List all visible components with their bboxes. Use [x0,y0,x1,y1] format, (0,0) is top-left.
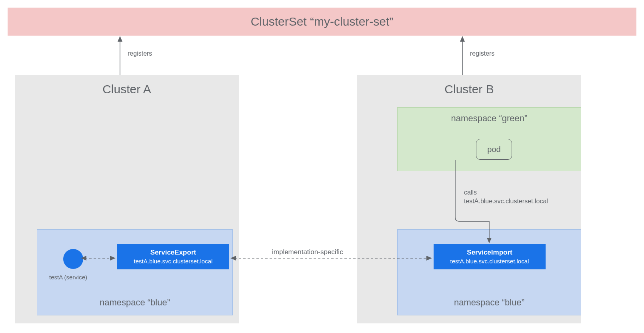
service-import-domain: testA.blue.svc.clusterset.local [438,258,542,265]
clusterset-banner: ClusterSet “my-cluster-set” [8,8,636,36]
namespace-blue-b-label: namespace “blue” [398,297,581,308]
service-export-domain: testA.blue.svc.clusterset.local [121,258,225,265]
clusterset-title: ClusterSet “my-cluster-set” [251,15,394,28]
arrowhead-registers-a [118,36,122,42]
namespace-blue-b: ServiceImport testA.blue.svc.clusterset.… [397,229,581,315]
service-export-title: ServiceExport [121,249,225,257]
namespace-blue-a-label: namespace “blue” [37,297,232,308]
namespace-green: namespace “green” pod [397,107,581,171]
cluster-b-title: Cluster B [357,82,581,96]
calls-line1: calls [464,189,477,196]
pod-label: pod [487,145,500,154]
registers-label-a: registers [128,50,152,57]
calls-line2: testA.blue.svc.clusterset.local [464,198,548,205]
service-import-title: ServiceImport [438,249,542,257]
registers-label-b: registers [470,50,494,57]
calls-label: calls testA.blue.svc.clusterset.local [464,188,548,206]
service-circle-icon [63,249,83,269]
namespace-green-label: namespace “green” [398,113,581,124]
arrowhead-registers-b [460,36,465,42]
cluster-a-box: Cluster A testA (service) ServiceExport … [15,75,239,323]
pod-box: pod [476,139,512,160]
cluster-a-title: Cluster A [15,82,239,96]
service-export-box: ServiceExport testA.blue.svc.clusterset.… [117,244,229,269]
service-circle-label: testA (service) [49,274,87,281]
namespace-blue-a: testA (service) ServiceExport testA.blue… [37,229,233,315]
service-import-box: ServiceImport testA.blue.svc.clusterset.… [434,244,546,269]
implementation-specific-label: implementation-specific [272,248,343,256]
